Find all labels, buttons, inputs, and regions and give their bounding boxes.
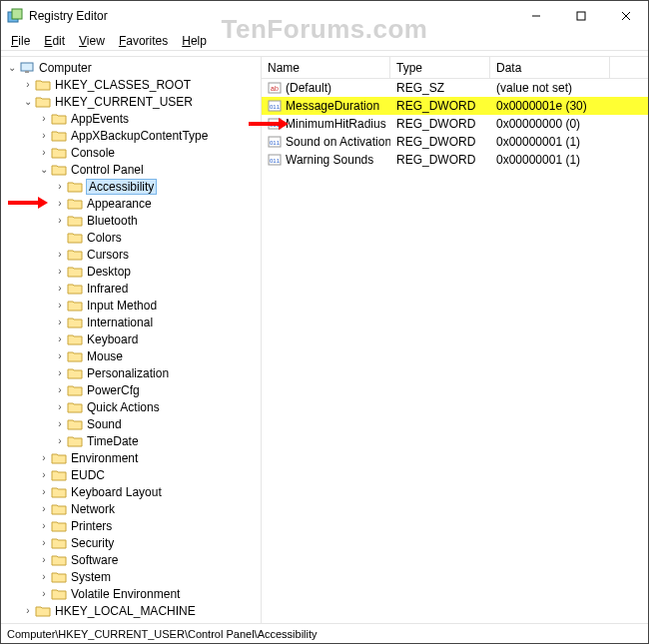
- tree-label: Accessibility: [86, 179, 157, 195]
- menu-view[interactable]: View: [73, 33, 111, 49]
- tree-item-input-method[interactable]: ›Input Method: [1, 297, 261, 314]
- tree-item-computer[interactable]: ⌄Computer: [1, 59, 261, 76]
- tree-item-desktop[interactable]: ›Desktop: [1, 263, 261, 280]
- column-type[interactable]: Type: [390, 57, 490, 78]
- chevron-right-icon[interactable]: ›: [53, 418, 67, 429]
- tree-item-international[interactable]: ›International: [1, 314, 261, 330]
- tree-item-security[interactable]: ›Security: [1, 534, 261, 551]
- chevron-right-icon[interactable]: ›: [53, 283, 67, 294]
- chevron-right-icon[interactable]: ›: [37, 571, 51, 582]
- tree-item-timedate[interactable]: ›TimeDate: [1, 432, 261, 449]
- menu-favorites[interactable]: Favorites: [113, 33, 174, 49]
- chevron-right-icon[interactable]: ›: [53, 198, 67, 209]
- chevron-right-icon[interactable]: ›: [53, 181, 67, 192]
- chevron-right-icon[interactable]: ›: [53, 215, 67, 226]
- tree-item-hkey-current-user[interactable]: ⌄HKEY_CURRENT_USER: [1, 93, 261, 110]
- list-header: Name Type Data: [262, 57, 648, 79]
- chevron-right-icon[interactable]: ›: [53, 249, 67, 260]
- chevron-right-icon[interactable]: ›: [37, 537, 51, 548]
- svg-marker-19: [38, 197, 48, 209]
- minimize-button[interactable]: [513, 1, 558, 31]
- tree-item-cursors[interactable]: ›Cursors: [1, 246, 261, 263]
- tree-item-eudc[interactable]: ›EUDC: [1, 466, 261, 483]
- chevron-right-icon[interactable]: ›: [53, 333, 67, 344]
- tree-item-printers[interactable]: ›Printers: [1, 517, 261, 534]
- value-type: REG_SZ: [390, 81, 490, 95]
- chevron-right-icon[interactable]: ›: [53, 435, 67, 446]
- chevron-right-icon[interactable]: ›: [37, 130, 51, 141]
- tree-item-keyboard[interactable]: ›Keyboard: [1, 330, 261, 347]
- tree-item-control-panel[interactable]: ⌄Control Panel: [1, 161, 261, 178]
- tree-label: Console: [70, 146, 116, 160]
- chevron-right-icon[interactable]: ›: [53, 401, 67, 412]
- tree-label: Personalization: [86, 366, 170, 380]
- tree-item-appevents[interactable]: ›AppEvents: [1, 110, 261, 127]
- content-panes: ⌄Computer›HKEY_CLASSES_ROOT⌄HKEY_CURRENT…: [1, 57, 648, 623]
- chevron-right-icon[interactable]: ›: [37, 469, 51, 480]
- tree-item-environment[interactable]: ›Environment: [1, 449, 261, 466]
- svg-marker-21: [279, 118, 289, 130]
- chevron-right-icon[interactable]: ›: [37, 147, 51, 158]
- tree-label: HKEY_CLASSES_ROOT: [54, 78, 192, 92]
- statusbar: Computer\HKEY_CURRENT_USER\Control Panel…: [1, 623, 648, 643]
- chevron-right-icon[interactable]: ›: [37, 520, 51, 531]
- chevron-right-icon[interactable]: ›: [37, 113, 51, 124]
- chevron-right-icon[interactable]: ›: [53, 266, 67, 277]
- svg-text:ab: ab: [271, 85, 279, 92]
- chevron-right-icon[interactable]: ›: [21, 605, 35, 616]
- tree-item-hkey-local-machine[interactable]: ›HKEY_LOCAL_MACHINE: [1, 602, 261, 619]
- tree-label: Bluetooth: [86, 214, 139, 228]
- tree-item-accessibility[interactable]: ›Accessibility: [1, 178, 261, 195]
- chevron-right-icon[interactable]: ›: [37, 588, 51, 599]
- menu-edit[interactable]: Edit: [38, 33, 71, 49]
- value-row-sound-on-activation[interactable]: 011Sound on ActivationREG_DWORD0x0000000…: [262, 133, 648, 151]
- chevron-down-icon[interactable]: ⌄: [5, 62, 19, 73]
- tree-item-powercfg[interactable]: ›PowerCfg: [1, 381, 261, 398]
- chevron-right-icon[interactable]: ›: [21, 79, 35, 90]
- tree-item-volatile-environment[interactable]: ›Volatile Environment: [1, 585, 261, 602]
- tree-item-system[interactable]: ›System: [1, 568, 261, 585]
- tree-item-mouse[interactable]: ›Mouse: [1, 347, 261, 364]
- tree-item-quick-actions[interactable]: ›Quick Actions: [1, 398, 261, 415]
- chevron-right-icon[interactable]: ›: [53, 350, 67, 361]
- titlebar[interactable]: Registry Editor: [1, 1, 648, 31]
- chevron-right-icon[interactable]: ›: [37, 554, 51, 565]
- tree-label: Volatile Environment: [70, 587, 181, 601]
- column-name[interactable]: Name: [262, 57, 390, 78]
- tree-item-console[interactable]: ›Console: [1, 144, 261, 161]
- tree-item-software[interactable]: ›Software: [1, 551, 261, 568]
- tree-item-bluetooth[interactable]: ›Bluetooth: [1, 212, 261, 229]
- chevron-down-icon[interactable]: ⌄: [21, 96, 35, 107]
- chevron-right-icon[interactable]: ›: [37, 486, 51, 497]
- value-row--default-[interactable]: ab(Default)REG_SZ(value not set): [262, 79, 648, 97]
- menu-help[interactable]: Help: [176, 33, 213, 49]
- tree-item-personalization[interactable]: ›Personalization: [1, 364, 261, 381]
- tree-item-hkey-classes-root[interactable]: ›HKEY_CLASSES_ROOT: [1, 76, 261, 93]
- tree-item-sound[interactable]: ›Sound: [1, 415, 261, 432]
- tree-item-keyboard-layout[interactable]: ›Keyboard Layout: [1, 483, 261, 500]
- column-data[interactable]: Data: [490, 57, 610, 78]
- maximize-button[interactable]: [558, 1, 603, 31]
- chevron-right-icon[interactable]: ›: [53, 317, 67, 327]
- chevron-right-icon[interactable]: ›: [37, 503, 51, 514]
- close-button[interactable]: [603, 1, 648, 31]
- tree-label: System: [70, 570, 112, 584]
- value-row-messageduration[interactable]: 011MessageDurationREG_DWORD0x0000001e (3…: [262, 97, 648, 115]
- value-row-minimumhitradius[interactable]: 011MinimumHitRadiusREG_DWORD0x00000000 (…: [262, 115, 648, 133]
- tree-item-infrared[interactable]: ›Infrared: [1, 280, 261, 297]
- list-pane[interactable]: Name Type Data ab(Default)REG_SZ(value n…: [262, 57, 648, 623]
- tree-item-appxbackupcontenttype[interactable]: ›AppXBackupContentType: [1, 127, 261, 144]
- chevron-right-icon[interactable]: ›: [37, 452, 51, 463]
- value-data: 0x00000000 (0): [490, 117, 610, 131]
- svg-rect-3: [577, 12, 585, 20]
- value-row-warning-sounds[interactable]: 011Warning SoundsREG_DWORD0x00000001 (1): [262, 151, 648, 169]
- menu-file[interactable]: File: [5, 33, 36, 49]
- tree-item-colors[interactable]: Colors: [1, 229, 261, 246]
- chevron-right-icon[interactable]: ›: [53, 384, 67, 395]
- chevron-right-icon[interactable]: ›: [53, 367, 67, 378]
- svg-rect-1: [12, 9, 22, 19]
- chevron-down-icon[interactable]: ⌄: [37, 164, 51, 175]
- tree-item-network[interactable]: ›Network: [1, 500, 261, 517]
- tree-pane[interactable]: ⌄Computer›HKEY_CLASSES_ROOT⌄HKEY_CURRENT…: [1, 57, 262, 623]
- chevron-right-icon[interactable]: ›: [53, 300, 67, 311]
